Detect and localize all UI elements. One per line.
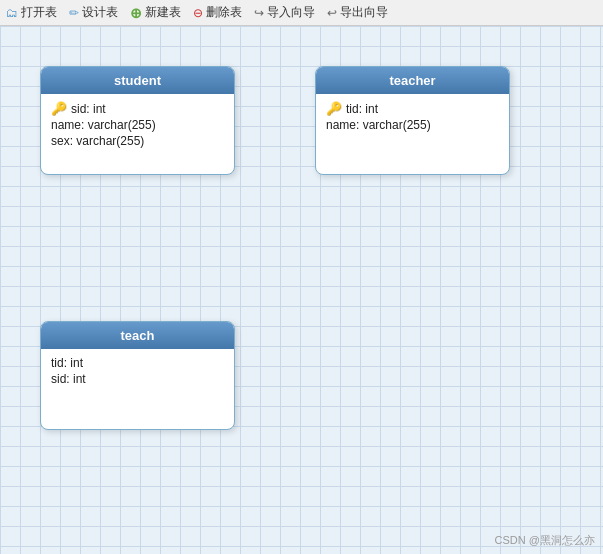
new-label: 新建表 [145, 4, 181, 21]
list-item: 🔑 tid: int [326, 100, 499, 117]
import-wizard-btn[interactable]: ↪ 导入向导 [254, 4, 315, 21]
watermark: CSDN @黑洞怎么亦 [495, 533, 595, 548]
list-item: tid: int [51, 355, 224, 371]
list-item: sex: varchar(255) [51, 133, 224, 149]
table-teach-header: teach [41, 322, 234, 349]
design-table-btn[interactable]: ✏ 设计表 [69, 4, 118, 21]
canvas: student 🔑 sid: int name: varchar(255) se… [0, 26, 603, 554]
field-text: sid: int [71, 102, 106, 116]
table-student[interactable]: student 🔑 sid: int name: varchar(255) se… [40, 66, 235, 175]
field-text: tid: int [346, 102, 378, 116]
open-label: 打开表 [21, 4, 57, 21]
delete-icon: ⊖ [193, 6, 203, 20]
field-text: name: varchar(255) [326, 118, 431, 132]
table-teacher-body: 🔑 tid: int name: varchar(255) [316, 94, 509, 174]
delete-table-btn[interactable]: ⊖ 删除表 [193, 4, 242, 21]
list-item: sid: int [51, 371, 224, 387]
export-wizard-btn[interactable]: ↩ 导出向导 [327, 4, 388, 21]
table-teacher-header: teacher [316, 67, 509, 94]
open-icon: 🗂 [6, 6, 18, 20]
import-icon: ↪ [254, 6, 264, 20]
new-table-btn[interactable]: ⊕ 新建表 [130, 4, 181, 21]
table-teach-body: tid: int sid: int [41, 349, 234, 429]
open-table-btn[interactable]: 🗂 打开表 [6, 4, 57, 21]
export-icon: ↩ [327, 6, 337, 20]
import-label: 导入向导 [267, 4, 315, 21]
field-text: sex: varchar(255) [51, 134, 144, 148]
list-item: name: varchar(255) [51, 117, 224, 133]
design-label: 设计表 [82, 4, 118, 21]
table-student-header: student [41, 67, 234, 94]
list-item: name: varchar(255) [326, 117, 499, 133]
export-label: 导出向导 [340, 4, 388, 21]
table-teacher[interactable]: teacher 🔑 tid: int name: varchar(255) [315, 66, 510, 175]
new-icon: ⊕ [130, 5, 142, 21]
design-icon: ✏ [69, 6, 79, 20]
table-teach[interactable]: teach tid: int sid: int [40, 321, 235, 430]
delete-label: 删除表 [206, 4, 242, 21]
field-text: name: varchar(255) [51, 118, 156, 132]
key-icon: 🔑 [51, 101, 67, 116]
list-item: 🔑 sid: int [51, 100, 224, 117]
field-text: tid: int [51, 356, 83, 370]
table-student-body: 🔑 sid: int name: varchar(255) sex: varch… [41, 94, 234, 174]
toolbar: 🗂 打开表 ✏ 设计表 ⊕ 新建表 ⊖ 删除表 ↪ 导入向导 ↩ 导出向导 [0, 0, 603, 26]
key-icon: 🔑 [326, 101, 342, 116]
field-text: sid: int [51, 372, 86, 386]
